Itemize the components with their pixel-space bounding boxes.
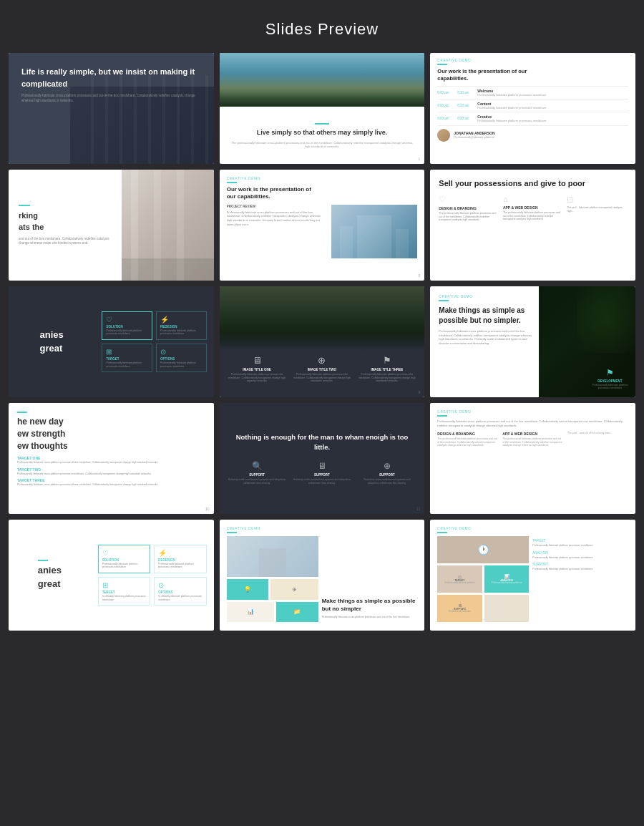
slide-6-icon2: ⌂ [503, 195, 563, 203]
slide-14-body: Professionally fabricate cross-platform … [322, 616, 418, 619]
slide-2[interactable]: Live simply so that others may simply li… [220, 53, 425, 164]
slide-11-quote: Nothing is enough for the man to wham en… [228, 432, 416, 453]
slide-12[interactable]: CREATIVE DEMO Professionally fabricate c… [430, 403, 635, 514]
slide-3-title: Our work is the presentation of our capa… [437, 68, 532, 82]
slide-14-label: CREATIVE DEMO [227, 527, 418, 530]
slide-1[interactable]: Life is really simple, but we insist on … [9, 53, 214, 164]
slide-1-title: Life is really simple, but we insist on … [21, 66, 201, 89]
slide-13[interactable]: aniesgreat ♡ SOLUTION Professionally fab… [9, 520, 214, 631]
slide-6-title: Sell your possessions and give to poor [439, 178, 627, 189]
slide-3[interactable]: CREATIVE DEMO Our work is the presentati… [430, 53, 635, 164]
slide-5-body: Professionally fabricate cross-platform … [227, 210, 326, 226]
slide-14[interactable]: CREATIVE DEMO 💡 ⊕ [220, 520, 425, 631]
slide-11[interactable]: Nothing is enough for the man to wham en… [220, 403, 425, 514]
slide-2-quote: Live simply so that others may simply li… [257, 128, 388, 137]
slide-6-icon3: ◻ [567, 195, 627, 204]
slide-6[interactable]: Sell your possessions and give to poor ♡… [430, 170, 635, 281]
slide-3-label: CREATIVE DEMO [437, 59, 628, 62]
slide-2-sub: The professionally fabricate cross-platf… [230, 141, 415, 149]
slide-6-icon1: ♡ [439, 195, 499, 204]
slide-4[interactable]: rkingats the and out of the box mindshar… [9, 170, 214, 281]
slide-8-pagenum: 9 [419, 390, 421, 394]
slide-5-pagenum: 8 [419, 273, 421, 278]
slide-15[interactable]: CREATIVE DEMO 🕐 ◎ TARGET Professionally … [430, 520, 635, 631]
slide-11-pagenum: 11 [416, 507, 421, 511]
slide-7[interactable]: aniesgreat ♡ SOLUTION Professionally fab… [9, 286, 214, 397]
slide-10-pagenum: 10 [205, 507, 210, 511]
slide-12-body: Professionally fabricate cross-platform … [437, 419, 628, 427]
slide-5[interactable]: CREATIVE DEMO Our work is the presentati… [220, 170, 425, 281]
slide-8[interactable]: 🖥 IMAGE TITLE ONE Professionally fabrica… [220, 286, 425, 397]
page-title: Slides Preview [0, 0, 644, 53]
slide-3-role: Professionally fabricate platform [454, 135, 494, 139]
slide-15-label: CREATIVE DEMO [437, 527, 628, 530]
slide-5-project: PROJECT REVIEW [227, 205, 326, 208]
slide-9-body: Professionally fabricate cross-platform … [439, 329, 535, 345]
slides-grid: Life is really simple, but we insist on … [0, 53, 644, 645]
slide-2-pagenum: 1 [419, 157, 421, 161]
slide-10[interactable]: he new dayew strengthew thoughts TARGET … [9, 403, 214, 514]
slide-9-title: Make things as simple as possible but no… [439, 306, 535, 326]
slide-9[interactable]: CREATIVE DEMO Make things as simple as p… [430, 286, 635, 397]
slide-12-label: CREATIVE DEMO [437, 410, 628, 414]
slide-1-sub: Professionally fabricate cross-platform … [21, 94, 201, 104]
slide-5-label: CREATIVE DEMO [227, 177, 418, 180]
slide-14-title: Make things as simple as possible but no… [322, 597, 418, 613]
slide-9-label: CREATIVE DEMO [439, 295, 535, 298]
slide-5-title: Our work is the presentation of our capa… [227, 186, 318, 201]
